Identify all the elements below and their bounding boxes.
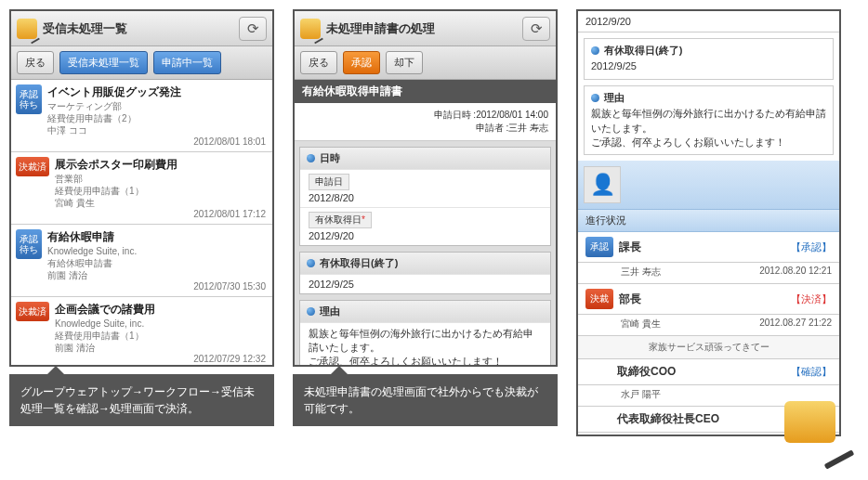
progress-header: 進行状況 xyxy=(578,209,839,232)
list-item[interactable]: 決裁済企画会議での諸費用Knowledge Suite, inc.経費使用申請書… xyxy=(11,297,272,365)
panel-reason: 理由 親族と毎年恒例の海外旅行に出かけるため有給申請いたします。 ご承認、何卒よ… xyxy=(299,300,551,365)
app-icon xyxy=(17,19,37,39)
screen-process: 未処理申請書の処理 ⟳ 戻る 承認 却下 有給休暇取得申請書 申請日時 :201… xyxy=(293,9,558,367)
reload-button[interactable]: ⟳ xyxy=(522,17,550,41)
item-title: 展示会ポスター印刷費用 xyxy=(55,157,266,173)
progress-step[interactable]: 取締役COO【確認】 xyxy=(578,359,839,385)
form-name: 有給休暇取得申請書 xyxy=(295,80,556,103)
item-person: 前園 清治 xyxy=(47,269,266,281)
navbar: 未処理申請書の処理 ⟳ xyxy=(295,11,556,46)
item-date: 2012/08/01 17:12 xyxy=(55,209,266,219)
item-title: 有給休暇申請 xyxy=(47,229,266,245)
panel-end: 有休取得日(終了) 2012/9/25 xyxy=(299,252,551,294)
step-tag: 【決済】 xyxy=(791,292,832,306)
status-badge: 承認 待ち xyxy=(16,84,42,114)
block-reason: 理由 親族と毎年恒例の海外旅行に出かけるため有給申請いたします。 ご承認、何卒よ… xyxy=(584,85,834,156)
step-comment: 家族サービス頑張ってきてー xyxy=(578,336,839,359)
app-icon xyxy=(300,19,321,39)
status-badge: 決裁済 xyxy=(16,157,49,176)
reload-button[interactable]: ⟳ xyxy=(239,17,267,41)
item-doc: 有給休暇申請書 xyxy=(47,257,266,269)
step-name: 三井 寿志 xyxy=(621,266,661,279)
step-date: 2012.08.27 21:22 xyxy=(759,318,832,331)
detail-body: 日時 申請日 2012/8/20 有休取得日* 2012/9/20 有休取得日(… xyxy=(295,141,556,365)
form-meta: 申請日時 :2012/08/01 14:00 申請者 :三井 寿志 xyxy=(295,103,556,141)
step-role: 取締役COO xyxy=(617,364,785,380)
list-item[interactable]: 承認 待ち有給休暇申請Knowledge Suite, inc.有給休暇申請書前… xyxy=(11,225,272,297)
list-item[interactable]: 決裁済展示会ポスター印刷費用営業部経費使用申請書（1）宮崎 貴生2012/08/… xyxy=(11,152,272,225)
back-button[interactable]: 戻る xyxy=(300,51,337,74)
step-badge: 決裁 xyxy=(585,289,613,309)
step-name: 水戸 陽平 xyxy=(621,388,661,401)
item-date: 2012/08/01 18:01 xyxy=(47,136,266,147)
app-icon-large xyxy=(784,401,849,457)
toolbar: 戻る 承認 却下 xyxy=(295,46,556,80)
avatar-row: 👤 xyxy=(578,161,839,209)
item-doc: 経費使用申請書（2） xyxy=(47,112,266,124)
screen-inbox: 受信未処理一覧 ⟳ 戻る 受信未処理一覧 申請中一覧 承認 待ちイベント用販促グ… xyxy=(9,9,274,367)
item-doc: 経費使用申請書（1） xyxy=(55,185,266,197)
item-person: 中澤 ココ xyxy=(47,124,266,136)
step-tag: 【確認】 xyxy=(791,365,832,379)
step-role: 課長 xyxy=(619,240,785,255)
back-button[interactable]: 戻る xyxy=(17,51,54,74)
item-dept: Knowledge Suite, inc. xyxy=(47,245,266,257)
caption: 未処理申請書の処理画面で社外からでも決裁が可能です。 xyxy=(293,374,558,426)
item-person: 前園 清治 xyxy=(55,342,266,354)
item-dept: Knowledge Suite, inc. xyxy=(55,318,266,330)
item-dept: マーケティング部 xyxy=(47,100,266,112)
progress-step[interactable]: 承認課長【承認】 xyxy=(578,232,839,263)
item-person: 宮崎 貴生 xyxy=(55,197,266,209)
step-tag: 【承認】 xyxy=(791,240,832,254)
navbar: 受信未処理一覧 ⟳ xyxy=(11,11,272,46)
caption: グループウェアトップ→ワークフロー→受信未処理一覧を確認→処理画面で決済。 xyxy=(9,374,274,426)
approve-button[interactable]: 承認 xyxy=(343,51,380,74)
item-doc: 経費使用申請書（1） xyxy=(55,330,266,342)
list-item[interactable]: 承認 待ちイベント用販促グッズ発注マーケティング部経費使用申請書（2）中澤 ココ… xyxy=(11,80,272,152)
step-detail: 宮崎 貴生2012.08.27 21:22 xyxy=(578,315,839,336)
item-title: 企画会議での諸費用 xyxy=(55,302,266,318)
step-name: 宮崎 貴生 xyxy=(621,318,661,331)
page-title: 受信未処理一覧 xyxy=(43,20,233,37)
status-badge: 承認 待ち xyxy=(16,229,42,259)
step-detail: 三井 寿志2012.08.20 12:21 xyxy=(578,263,839,284)
page-title: 未処理申請書の処理 xyxy=(326,20,517,37)
request-list: 承認 待ちイベント用販促グッズ発注マーケティング部経費使用申請書（2）中澤 ココ… xyxy=(11,80,272,365)
item-date: 2012/07/30 15:30 xyxy=(47,281,266,292)
item-date: 2012/07/29 12:32 xyxy=(55,354,266,364)
tab-applying[interactable]: 申請中一覧 xyxy=(153,51,221,74)
panel-datetime: 日時 申請日 2012/8/20 有休取得日* 2012/9/20 xyxy=(299,147,551,246)
progress-step[interactable]: 決裁部長【決済】 xyxy=(578,284,839,315)
item-dept: 営業部 xyxy=(55,173,266,185)
date-line: 2012/9/20 xyxy=(578,11,839,32)
step-badge: 承認 xyxy=(585,237,613,257)
step-role: 部長 xyxy=(619,292,785,307)
toolbar: 戻る 受信未処理一覧 申請中一覧 xyxy=(11,46,272,80)
step-date: 2012.08.20 12:21 xyxy=(759,266,832,279)
avatar: 👤 xyxy=(584,166,621,203)
tab-inbox[interactable]: 受信未処理一覧 xyxy=(59,51,148,74)
item-title: イベント用販促グッズ発注 xyxy=(47,84,266,100)
status-badge: 決裁済 xyxy=(16,302,49,321)
reject-button[interactable]: 却下 xyxy=(386,51,423,74)
screen-progress: 2012/9/20 有休取得日(終了) 2012/9/25 理由 親族と毎年恒例… xyxy=(576,9,841,436)
block-end: 有休取得日(終了) 2012/9/25 xyxy=(584,38,834,80)
